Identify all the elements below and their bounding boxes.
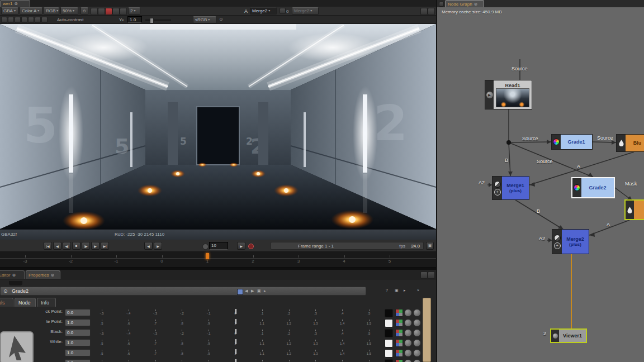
- panel-menu-icon[interactable]: [428, 8, 435, 15]
- timeline-ruler[interactable]: -3-2-1012345: [0, 252, 436, 268]
- knob-value-field[interactable]: 0.0: [65, 359, 91, 362]
- tab-info[interactable]: Info: [37, 298, 56, 307]
- split-channels-button[interactable]: [395, 329, 403, 337]
- frame-range-bar[interactable]: Frame range 1 - 1 fps 24.0: [271, 242, 424, 250]
- close-icon[interactable]: ⊗: [12, 273, 16, 278]
- slider-handle[interactable]: [235, 309, 236, 314]
- expand-icon[interactable]: ▸: [264, 289, 266, 293]
- gain-toggle-icon[interactable]: [91, 8, 98, 15]
- properties-scrollbar[interactable]: [423, 298, 431, 362]
- split-channels-button[interactable]: [395, 339, 403, 347]
- node-read1[interactable]: ▶ Read1: [485, 80, 532, 109]
- gamma-slider-handle[interactable]: [150, 18, 154, 23]
- split-channels-button[interactable]: [395, 349, 403, 357]
- goto-end-button[interactable]: ▶|: [101, 242, 109, 250]
- node-blur1[interactable]: Blu: [616, 134, 644, 152]
- stop-button[interactable]: ■: [72, 242, 80, 250]
- zoom-dropdown[interactable]: 50%▾: [60, 7, 78, 15]
- pause-toggle-icon[interactable]: [120, 8, 127, 15]
- knob-value-field[interactable]: 1.0: [65, 319, 91, 326]
- prev-node-icon[interactable]: ◀: [245, 289, 248, 293]
- animation-menu-button[interactable]: [413, 309, 421, 317]
- knob-value-field[interactable]: 0.0: [65, 309, 91, 316]
- split-channels-button[interactable]: [395, 359, 403, 362]
- animation-menu-button[interactable]: [413, 339, 421, 347]
- gamma-value-field[interactable]: 1.0: [127, 16, 142, 23]
- knob-value-field[interactable]: 1.0: [65, 349, 91, 356]
- tab-controls[interactable]: ols: [0, 298, 13, 307]
- panel-menu-icon[interactable]: [428, 272, 435, 279]
- node-header-bar[interactable]: ⊙ Grade2 ◀ ▶ ▣ ▸: [0, 287, 366, 296]
- prev-keyframe-button[interactable]: ◀: [53, 242, 61, 250]
- color-swatch[interactable]: [385, 359, 393, 362]
- slider-handle[interactable]: [235, 359, 236, 362]
- float-panel-icon[interactable]: [420, 8, 428, 15]
- prev-keyframe-icon[interactable]: [1, 17, 7, 23]
- step-forward-button[interactable]: |▶: [82, 242, 90, 250]
- overlay-toggle-icon[interactable]: [41, 17, 48, 23]
- red-indicator-icon[interactable]: [248, 244, 254, 249]
- color-swatch[interactable]: [385, 319, 393, 327]
- color-swatch[interactable]: [385, 309, 393, 317]
- node-viewer1[interactable]: Viewer1: [550, 328, 587, 343]
- node-grade1[interactable]: Grade1: [551, 134, 593, 150]
- knob-value-field[interactable]: 0.0: [65, 329, 91, 336]
- color-wheel-button[interactable]: [404, 309, 412, 317]
- close-icon[interactable]: ⊗: [14, 1, 18, 6]
- guides-icon[interactable]: [28, 17, 34, 23]
- node-grade2[interactable]: Grade2: [571, 177, 615, 198]
- knob-slider[interactable]: .5.6.7.8.911.11.21.31.41.5: [95, 319, 376, 327]
- viewer-image[interactable]: 5 2 5 2 5 2: [0, 24, 436, 229]
- current-frame-field[interactable]: 10: [209, 242, 228, 250]
- animation-menu-button[interactable]: [413, 359, 421, 362]
- slider-handle[interactable]: [235, 319, 236, 324]
- color-wheel-button[interactable]: [404, 359, 412, 362]
- animation-menu-button[interactable]: [413, 349, 421, 357]
- panel-grip[interactable]: [9, 281, 22, 285]
- help-icon[interactable]: ?: [386, 288, 388, 292]
- gamma-dropdown[interactable]: Y▾: [119, 17, 124, 22]
- knob-value-field[interactable]: 1.0: [65, 339, 91, 346]
- wipe-icon[interactable]: [280, 8, 286, 14]
- goto-start-button[interactable]: |◀: [44, 242, 52, 250]
- animation-menu-button[interactable]: [413, 319, 421, 327]
- proxy-toggle-icon[interactable]: [112, 8, 120, 15]
- knob-slider[interactable]: .5.6.7.8.911.11.21.31.41.5: [95, 349, 376, 358]
- color-wheel-button[interactable]: [404, 349, 412, 357]
- step-back-button[interactable]: ◀|: [63, 242, 71, 250]
- tab-viewer1[interactable]: wer1 ⊗: [0, 0, 30, 7]
- lock-range-button[interactable]: ▣: [426, 242, 434, 250]
- tab-curve-editor[interactable]: e Editor ⊗: [0, 270, 25, 279]
- node-merge1[interactable]: + Merge1 (plus): [492, 176, 529, 200]
- refresh-icon[interactable]: ⊙: [219, 17, 223, 22]
- color-wheel-button[interactable]: [404, 329, 412, 337]
- gamma-slider[interactable]: [145, 20, 171, 21]
- animation-menu-button[interactable]: [413, 329, 421, 337]
- roi-toggle-icon[interactable]: [105, 8, 112, 15]
- downrez-dropdown[interactable]: 2▾: [128, 7, 140, 15]
- close-panel-icon[interactable]: ×: [417, 288, 419, 292]
- color-swatch[interactable]: [385, 339, 393, 347]
- slider-handle[interactable]: [235, 339, 236, 344]
- playhead[interactable]: [206, 253, 209, 259]
- knob-slider[interactable]: .5.6.7.8.911.11.21.31.41.5: [95, 339, 376, 347]
- next-node-icon[interactable]: ▶: [251, 289, 254, 293]
- input-b-dropdown[interactable]: Merge2▾: [292, 7, 319, 15]
- node-blur2[interactable]: [624, 199, 644, 220]
- split-channels-button[interactable]: [395, 309, 403, 317]
- gamma-toggle-icon[interactable]: [98, 8, 105, 15]
- display-mode-dropdown[interactable]: RGB▾: [44, 7, 59, 15]
- fit-image-button[interactable]: ⊙: [80, 7, 88, 15]
- next-keyframe-button[interactable]: ▶: [91, 242, 100, 250]
- play-button[interactable]: ▶: [237, 242, 245, 250]
- color-swatch[interactable]: [385, 349, 393, 358]
- tab-node[interactable]: Node: [15, 298, 36, 307]
- float-panel-icon[interactable]: [420, 272, 428, 279]
- fps-value[interactable]: 24.0: [411, 244, 420, 249]
- split-channels-button[interactable]: [395, 319, 403, 327]
- close-icon[interactable]: ⊗: [50, 273, 54, 278]
- color-wheel-button[interactable]: [404, 339, 412, 347]
- knob-slider[interactable]: -.5-.4-.3-.2-.10.1.2.3.4.5: [95, 359, 376, 362]
- mask-overlay-icon[interactable]: [15, 17, 21, 23]
- jog-back-button[interactable]: ◀: [144, 242, 153, 250]
